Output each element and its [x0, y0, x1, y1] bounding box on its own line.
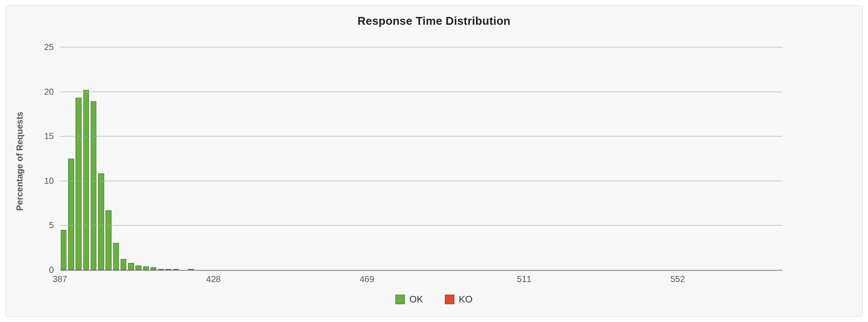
chart-panel: Response Time Distribution Percentage of… [5, 5, 863, 317]
legend-item-ko[interactable]: KO [445, 294, 473, 305]
legend-swatch-ko [445, 295, 454, 304]
bar-ok[interactable] [83, 90, 89, 270]
bar-ok[interactable] [61, 230, 66, 270]
legend: OK KO [6, 294, 862, 307]
legend-label-ko: KO [459, 294, 473, 305]
x-tick-label: 428 [206, 270, 220, 284]
y-tick-label: 5 [34, 220, 60, 230]
plot-area: 0510152025387428469511552 [60, 47, 783, 271]
bar-ok[interactable] [76, 98, 81, 270]
bar-ok[interactable] [158, 269, 164, 270]
bar-ok[interactable] [173, 269, 179, 270]
grid-line [60, 92, 783, 92]
bar-ok[interactable] [91, 101, 96, 270]
bar-ok[interactable] [188, 269, 194, 270]
bar-ok[interactable] [98, 173, 104, 270]
bar-ok[interactable] [143, 266, 149, 270]
bar-ok[interactable] [135, 266, 141, 270]
grid-line [60, 181, 783, 181]
chart-title: Response Time Distribution [6, 14, 862, 28]
bar-ok[interactable] [151, 267, 156, 270]
grid-line [60, 136, 783, 136]
x-tick-label: 511 [517, 270, 531, 284]
y-tick-label: 15 [34, 131, 60, 141]
legend-item-ok[interactable]: OK [395, 294, 423, 305]
bar-ok[interactable] [128, 263, 134, 270]
legend-label-ok: OK [409, 294, 423, 305]
bar-ok[interactable] [68, 159, 74, 270]
y-axis-label: Percentage of Requests [15, 112, 25, 211]
y-tick-label: 10 [34, 176, 60, 186]
bar-ok[interactable] [105, 210, 111, 270]
grid-line [60, 225, 783, 226]
y-tick-label: 25 [34, 42, 60, 52]
x-tick-label: 552 [671, 270, 685, 284]
bars-layer [60, 47, 783, 270]
grid-line [60, 47, 783, 47]
bar-ok[interactable] [165, 269, 171, 270]
bar-ok[interactable] [121, 259, 126, 270]
y-tick-label: 20 [34, 86, 60, 96]
x-tick-label: 469 [360, 270, 374, 284]
legend-swatch-ok [395, 295, 405, 304]
bar-ok[interactable] [113, 243, 119, 270]
x-tick-label: 387 [53, 270, 67, 284]
